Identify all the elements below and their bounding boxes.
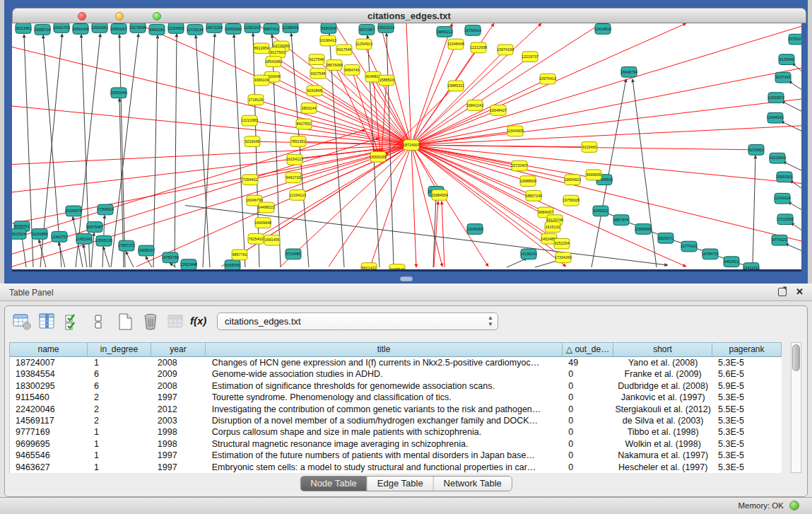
- graph-node[interactable]: 12219737: [522, 52, 539, 62]
- table-cell[interactable]: Nakamura et al. (1997): [613, 450, 712, 461]
- table-cell[interactable]: 1997: [152, 450, 206, 461]
- tab-edge-table[interactable]: Edge Table: [367, 477, 434, 491]
- table-cell[interactable]: 0: [563, 426, 613, 438]
- table-cell[interactable]: 5.3E-5: [712, 415, 782, 426]
- graph-node[interactable]: 11584069: [635, 224, 652, 235]
- graph-node[interactable]: 11058431: [282, 23, 299, 33]
- graph-node[interactable]: 16782759: [162, 252, 179, 263]
- graph-node[interactable]: 11154905: [167, 23, 184, 33]
- table-cell[interactable]: 9463627: [10, 462, 88, 473]
- graph-node[interactable]: 18807249: [525, 190, 542, 201]
- table-cell[interactable]: Estimation of the future numbers of pati…: [206, 450, 563, 461]
- table-scrollbar[interactable]: [791, 342, 801, 473]
- table-cell[interactable]: 18724007: [10, 357, 88, 368]
- graph-node[interactable]: 19384554: [431, 189, 448, 200]
- graph-node[interactable]: 9526071: [658, 233, 673, 243]
- graph-node[interactable]: 9242848: [307, 86, 322, 96]
- table-cell[interactable]: 0: [563, 380, 613, 392]
- graph-node[interactable]: 11254913: [355, 39, 372, 49]
- table-cell[interactable]: 2: [88, 404, 152, 415]
- table-cell[interactable]: 19384554: [10, 368, 88, 380]
- table-cell[interactable]: Dudbridge et al. (2008): [613, 380, 712, 392]
- graph-node[interactable]: 1588503: [379, 75, 394, 86]
- table-cell[interactable]: Corpus callosum shape and size in male p…: [206, 426, 563, 438]
- graph-node[interactable]: 11451941: [76, 233, 93, 244]
- graph-node[interactable]: 12093872: [767, 93, 784, 103]
- table-cell[interactable]: 1: [88, 426, 152, 438]
- graph-node[interactable]: 12342757: [51, 231, 68, 242]
- table-cell[interactable]: 0: [563, 404, 613, 415]
- graph-node[interactable]: 9245022: [593, 206, 608, 216]
- checklist-icon[interactable]: [63, 312, 83, 332]
- graph-node[interactable]: 3915924: [12, 228, 26, 239]
- graph-node[interactable]: 9857791: [232, 250, 247, 260]
- table-cell[interactable]: 5.5E-5: [712, 404, 782, 415]
- table-cell[interactable]: 22420046: [10, 404, 88, 415]
- graph-node[interactable]: 7254402: [242, 175, 258, 185]
- table-cell[interactable]: 2009: [152, 368, 206, 380]
- graph-node[interactable]: 15992931: [776, 172, 793, 182]
- table-row[interactable]: 1938455462009Genome-wide association stu…: [10, 368, 782, 380]
- function-builder-icon[interactable]: f(x): [190, 315, 210, 334]
- table-cell[interactable]: 5.6E-5: [712, 368, 782, 380]
- table-row[interactable]: 2242004622012Investigating the contribut…: [10, 404, 782, 415]
- graph-node[interactable]: 9129946: [779, 54, 794, 65]
- memory-ok-indicator[interactable]: [789, 501, 799, 510]
- graph-node[interactable]: 15750614: [464, 25, 481, 35]
- table-cell[interactable]: Stergiakouli et al. (2012): [613, 404, 712, 415]
- graph-node[interactable]: 20053346: [110, 88, 127, 98]
- graph-node[interactable]: 5716485: [286, 249, 301, 259]
- table-cell[interactable]: Embryonic stem cells: a model to study s…: [206, 462, 563, 473]
- graph-node[interactable]: 16648794: [620, 66, 637, 77]
- table-cell[interactable]: 0: [563, 368, 613, 380]
- graph-node[interactable]: 13505135: [95, 235, 112, 246]
- table-cell[interactable]: Tourette syndrome. Phenomenology and cla…: [206, 392, 563, 403]
- graph-node[interactable]: 9165045: [225, 260, 240, 269]
- table-cell[interactable]: 2: [88, 392, 152, 403]
- graph-node[interactable]: 12610651: [91, 23, 108, 33]
- column-header-out_de[interactable]: △ out_de…: [563, 342, 613, 357]
- graph-node[interactable]: 9215953: [748, 145, 764, 156]
- splitter-handle[interactable]: [400, 276, 413, 281]
- table-settings-icon[interactable]: [12, 312, 32, 332]
- graph-node[interactable]: 15720407: [511, 160, 528, 171]
- new-document-icon[interactable]: [115, 312, 135, 332]
- column-header-title[interactable]: title: [206, 342, 563, 357]
- table-row[interactable]: 911546021997Tourette syndrome. Phenomeno…: [10, 392, 782, 403]
- table-row[interactable]: 969969511998Structural magnetic resonanc…: [10, 438, 782, 450]
- graph-node[interactable]: 9227343: [775, 72, 791, 83]
- table-cell[interactable]: Disruption of a novel member of a sodium…: [206, 415, 563, 426]
- tab-network-table[interactable]: Network Table: [434, 477, 512, 491]
- table-cell[interactable]: Hescheler et al. (1997): [613, 462, 712, 473]
- graph-node[interactable]: 18543382: [265, 57, 282, 67]
- table-cell[interactable]: 14569117: [10, 415, 88, 426]
- graph-node[interactable]: 5972387: [359, 24, 375, 35]
- graph-node[interactable]: 17334269: [555, 252, 572, 263]
- table-cell[interactable]: 49: [563, 357, 613, 368]
- graph-node[interactable]: 12240114: [774, 193, 791, 204]
- table-cell[interactable]: 5.3E-5: [712, 438, 782, 450]
- graph-node[interactable]: 16409948: [254, 218, 271, 228]
- graph-node[interactable]: 9252254: [554, 238, 570, 249]
- graph-node[interactable]: 15751074: [788, 34, 801, 45]
- table-cell[interactable]: 1: [88, 438, 152, 450]
- table-cell[interactable]: 0: [563, 438, 613, 450]
- graph-node[interactable]: 2803144: [301, 103, 317, 114]
- column-header-in_degree[interactable]: in_degree: [88, 342, 151, 357]
- table-row[interactable]: 946554611997Estimation of the future num…: [10, 450, 782, 461]
- graph-node[interactable]: 9227546: [309, 54, 324, 65]
- table-cell[interactable]: 5.3E-5: [712, 462, 782, 473]
- graph-node[interactable]: 9327548: [310, 68, 326, 78]
- graph-node[interactable]: 10648427: [490, 105, 507, 116]
- delete-trash-icon[interactable]: [141, 312, 160, 332]
- table-cell[interactable]: 0: [563, 392, 613, 403]
- graph-node[interactable]: 8912954: [254, 43, 269, 54]
- table-cell[interactable]: 5.3E-5: [712, 450, 782, 461]
- show-columns-icon[interactable]: [37, 312, 57, 332]
- table-cell[interactable]: 9115460: [10, 392, 88, 403]
- table-cell[interactable]: 2008: [152, 380, 206, 392]
- graph-node[interactable]: 10196413: [319, 35, 336, 46]
- graph-node[interactable]: 10719134: [187, 24, 204, 35]
- graph-node[interactable]: 9317546: [336, 45, 352, 55]
- graph-node[interactable]: 8454749: [344, 64, 360, 75]
